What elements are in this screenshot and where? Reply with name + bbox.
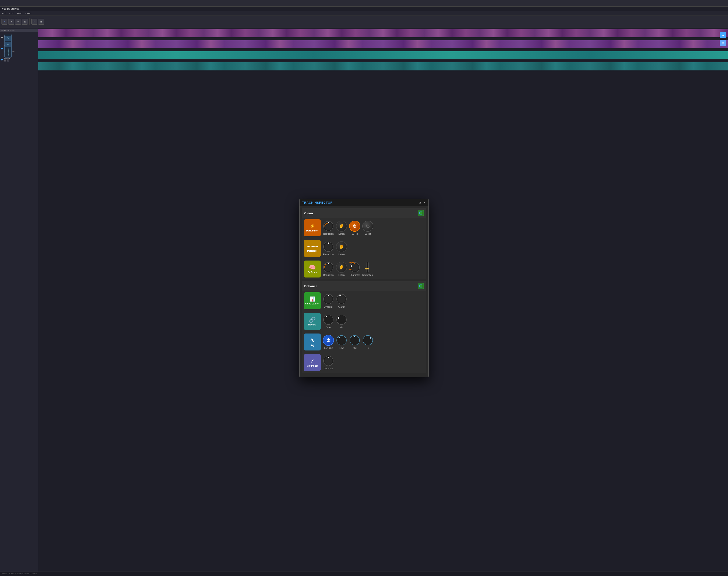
hz50-button[interactable]: ⏻ [349, 221, 360, 232]
maximizer-icon: ∕ [312, 358, 313, 364]
deesser-character-control[interactable]: Character [349, 262, 360, 276]
reverb-size-knob[interactable] [323, 314, 334, 325]
deesser-slider[interactable] [367, 262, 369, 273]
toolbar-btn-4[interactable]: ⎘ [22, 19, 28, 25]
ear-icon-3: 👂 [339, 265, 344, 270]
clean-indicator[interactable] [418, 210, 424, 216]
maximizer-label: Maximizer [307, 365, 318, 367]
enhance-section-header: Enhance [302, 281, 426, 291]
exciter-clarity-control[interactable]: Clarity [336, 294, 347, 308]
clean-section-header: Clean [302, 208, 426, 218]
dehummer-reduction-control[interactable]: Reduction [323, 221, 334, 235]
eq-mid-knob[interactable] [349, 335, 360, 346]
denoiser-icon: 〜〜〜 [307, 245, 318, 249]
daw-menu-file[interactable]: FILE [1, 12, 7, 15]
eq-lowcut-control[interactable]: ⏻ Low Cut [323, 335, 334, 349]
deesser-character-knob[interactable] [349, 262, 360, 273]
deesser-reduction-control[interactable]: Reduction [323, 262, 334, 276]
exciter-amount-knob[interactable] [323, 294, 334, 305]
svg-point-3 [324, 222, 332, 230]
plugin-title: TRACKINSPECTOR [302, 201, 333, 204]
waveform-purple-2 [38, 40, 728, 48]
denoiser-reduction-control[interactable]: Reduction [323, 241, 334, 256]
denoiser-listen-btn[interactable]: 👂 [336, 241, 347, 252]
reverb-size-label: Size [326, 326, 331, 328]
daw-toolbar: ✎ ⊞ ✂ ⎘ ⊳ ⏹ ✎ ⊚ Edit Source [0, 16, 728, 28]
eq-low-control[interactable]: Low [336, 335, 347, 349]
exciter-clarity-knob[interactable] [336, 294, 347, 305]
close-button[interactable]: ✕ [423, 201, 426, 204]
hz60-button[interactable]: ⏻ [362, 221, 373, 232]
svg-point-18 [328, 295, 329, 296]
edit-source-panel[interactable]: ✎ ⊚ Edit Source [4, 34, 12, 57]
plugin-window: TRACKINSPECTOR — ⊡ ✕ Clean ⚡ DeHummer [299, 199, 429, 377]
daw-track-list: Modulator Tracks Music M S Voice [0, 28, 38, 576]
exciter-clarity-label: Clarity [338, 306, 345, 308]
eq-low-knob[interactable] [336, 335, 347, 346]
minimize-button[interactable]: — [414, 201, 417, 204]
maximize-button[interactable]: ⊡ [418, 201, 421, 204]
deesser-reduction-knob[interactable] [323, 262, 334, 273]
enhance-title: Enhance [304, 284, 317, 288]
deesser-listen-control[interactable]: 👂 Listen [336, 262, 347, 276]
reverb-mix-svg [336, 314, 347, 325]
toolbar-btn-3[interactable]: ✂ [15, 19, 21, 25]
eq-hi-control[interactable]: Hi [362, 335, 373, 349]
dehummer-reduction-label: Reduction [323, 232, 334, 235]
eq-hi-knob[interactable] [362, 335, 373, 346]
dehummer-listen-control[interactable]: 👂 Listen [336, 221, 347, 235]
maximizer-row: ∕ Maximizer Optimize [302, 352, 426, 373]
reverb-size-control[interactable]: Size [323, 314, 334, 328]
reverb-mix-knob[interactable] [336, 314, 347, 325]
eq-lowcut-button[interactable]: ⏻ [323, 335, 334, 346]
toolbar-btn-6[interactable]: ⏹ [38, 19, 44, 25]
toolbar-btn-5[interactable]: ⊳ [31, 19, 37, 25]
daw-menu-envel[interactable]: ENVEL [25, 12, 33, 15]
maximizer-button[interactable]: ∕ Maximizer [304, 354, 321, 371]
daw-titlebar: AUDIOMONTAGE [0, 7, 728, 11]
reverb-mix-control[interactable]: Mix [336, 314, 347, 328]
dehummer-listen-btn[interactable]: 👂 [336, 221, 347, 232]
deesser-listen-btn[interactable]: 👂 [336, 262, 347, 273]
maximizer-optimize-knob[interactable] [323, 355, 334, 366]
source-icon[interactable]: ⊚ [5, 42, 11, 47]
enhance-indicator[interactable] [418, 283, 424, 289]
daw-menu-fade[interactable]: FADE [16, 12, 23, 15]
voice-exciter-button[interactable]: 📊 Voice Exciter [304, 292, 321, 309]
cloud-icon[interactable]: ☁ [720, 32, 726, 38]
dehummer-button[interactable]: ⚡ DeHummer [304, 219, 321, 236]
deesser-button[interactable]: 🧠 DeEsser [304, 261, 321, 278]
svg-point-13 [351, 265, 352, 267]
deesser-label: DeEsser [308, 271, 317, 273]
solo-btn-3[interactable]: S [7, 59, 9, 62]
eq-mid-control[interactable]: Mid [349, 335, 360, 349]
reverb-button[interactable]: 🔗 Reverb [304, 313, 321, 330]
toolbar-btn-2[interactable]: ⊞ [8, 19, 14, 25]
window-controls: — ⊡ ✕ [414, 201, 426, 204]
modulator-tracks-label: Modulator Tracks [0, 29, 38, 32]
daw-status-bar: mm 30 s 412 ms × 1:1489 ⊙ Stereo 44 100 … [0, 572, 728, 576]
denoiser-listen-control[interactable]: 👂 Listen [336, 241, 347, 256]
edit-icon[interactable]: ✎ [5, 36, 11, 41]
exciter-amount-control[interactable]: Amount [323, 294, 334, 308]
waveform-track-4 [38, 61, 728, 72]
broadcast-icon[interactable]: ◇ [720, 40, 726, 46]
deesser-slider-control[interactable]: Reduction [362, 262, 373, 276]
dehummer-label: DeHummer [306, 229, 318, 232]
denoiser-reduction-knob[interactable] [323, 241, 334, 252]
eq-button[interactable]: ∿ EQ [304, 334, 321, 350]
eq-low-label: Low [339, 347, 344, 349]
toolbar-btn-1[interactable]: ✎ [1, 19, 7, 25]
mute-btn-3[interactable]: M [4, 59, 6, 62]
denoiser-button[interactable]: 〜〜〜 DeNoiser [304, 240, 321, 257]
hz60-control[interactable]: ⏻ 60 Hz [362, 221, 373, 235]
svg-point-7 [328, 242, 329, 244]
waveform-cyan-2 [38, 62, 728, 70]
dehummer-listen-label: Listen [338, 232, 344, 235]
waveform-cyan-1 [38, 51, 728, 59]
svg-point-27 [338, 317, 339, 319]
hz50-control[interactable]: ⏻ 50 Hz [349, 221, 360, 235]
daw-menu-edit[interactable]: EDIT [8, 12, 14, 15]
maximizer-optimize-control[interactable]: Optimize [323, 355, 334, 370]
dehummer-reduction-knob[interactable] [323, 221, 334, 232]
